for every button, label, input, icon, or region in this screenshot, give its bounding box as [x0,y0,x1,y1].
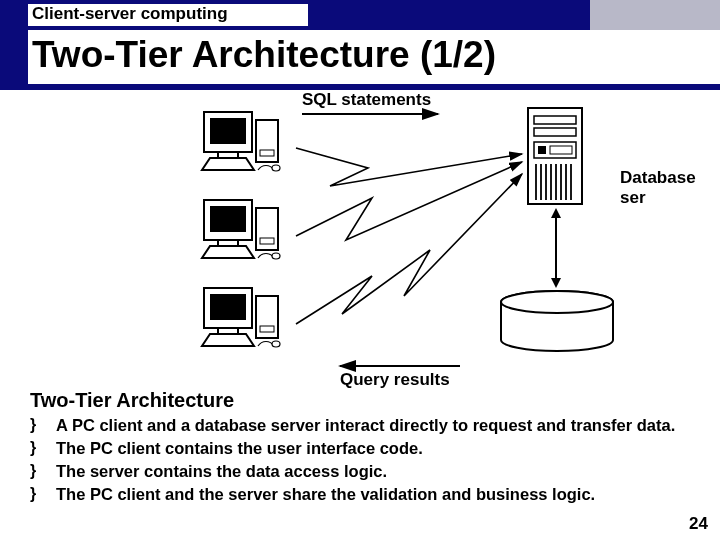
svg-rect-23 [550,146,572,154]
client-pc-icon [200,110,290,185]
diagram: SQL statements Database ser Database Que… [0,90,720,380]
svg-rect-12 [260,238,274,244]
svg-rect-17 [260,326,274,332]
list-item: } The PC client contains the user interf… [30,437,710,459]
svg-rect-4 [210,118,246,144]
svg-rect-19 [534,116,576,124]
svg-rect-7 [260,150,274,156]
bullet-mark: } [30,437,56,459]
svg-point-33 [501,291,613,313]
bullet-text: The server contains the data access logi… [56,460,387,482]
bullet-list: } A PC client and a database server inte… [30,414,710,506]
list-item: } The server contains the data access lo… [30,460,710,482]
list-item: } A PC client and a database server inte… [30,414,710,436]
list-item: } The PC client and the server share the… [30,483,710,505]
client-pc-icon [200,286,290,361]
bullet-text: The PC client and the server share the v… [56,483,595,505]
page-number: 24 [689,514,708,534]
bullet-text: A PC client and a database server intera… [56,414,675,436]
bullet-text: The PC client contains the user interfac… [56,437,423,459]
svg-rect-22 [538,146,546,154]
client-pc-icon [200,198,290,273]
page-title: Two-Tier Architecture (1/2) [32,34,496,76]
svg-rect-20 [534,128,576,136]
subheading: Two-Tier Architecture [30,389,234,412]
svg-rect-9 [210,206,246,232]
server-icon [526,106,584,206]
slide: Client-server computing Two-Tier Archite… [0,0,720,540]
breadcrumb: Client-server computing [32,4,228,24]
database-icon [498,290,616,350]
bullet-mark: } [30,483,56,505]
bullet-mark: } [30,414,56,436]
header-accent [590,0,720,32]
svg-rect-14 [210,294,246,320]
bullet-mark: } [30,460,56,482]
